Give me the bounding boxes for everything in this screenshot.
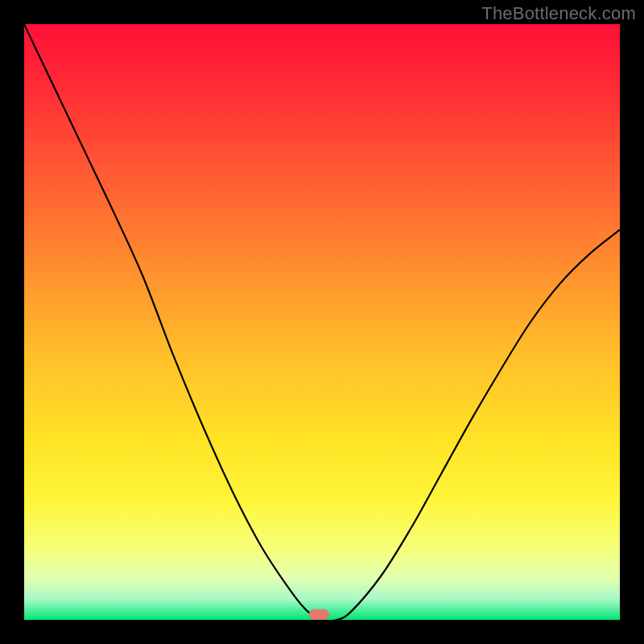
optimum-marker (309, 609, 329, 620)
attribution-text: TheBottleneck.com (481, 3, 636, 24)
chart-frame: TheBottleneck.com (0, 0, 644, 644)
bottleneck-chart (0, 0, 644, 644)
